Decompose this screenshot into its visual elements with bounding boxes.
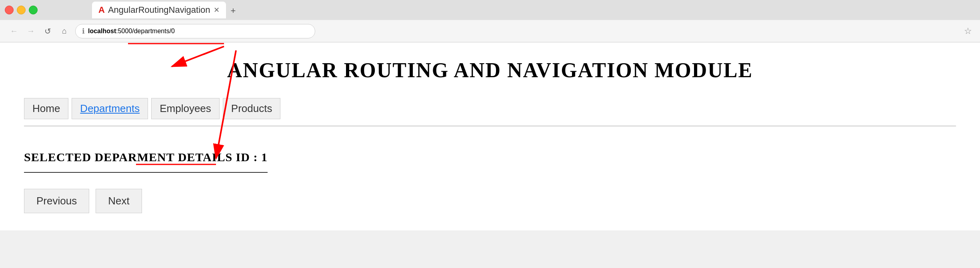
new-tab-button[interactable]: + (226, 3, 241, 18)
tab-favicon-icon: A (98, 5, 105, 15)
url-localhost: localhost (88, 28, 116, 34)
nav-menu: Home Departments Employees Products (24, 98, 956, 126)
nav-item-products[interactable]: Products (223, 98, 281, 119)
browser-window: A AngularRoutingNavigation ✕ + ← → ↺ ⌂ ℹ… (0, 0, 980, 230)
back-button[interactable]: ← (8, 26, 20, 36)
info-icon: ℹ (82, 27, 85, 36)
active-tab[interactable]: A AngularRoutingNavigation ✕ (92, 2, 226, 18)
url-text: localhost:5000/departments/0 (88, 28, 175, 35)
nav-item-departments[interactable]: Departments (72, 98, 148, 119)
close-button[interactable] (5, 6, 14, 14)
department-details: SELECTED DEPARMENT DETAILS ID : 1 (24, 150, 268, 173)
nav-item-home[interactable]: Home (24, 98, 68, 119)
department-label: SELECTED DEPARMENT DETAILS ID : 1 (24, 150, 268, 164)
home-button[interactable]: ⌂ (58, 26, 70, 36)
pagination: Previous Next (24, 189, 956, 213)
browser-content: ANGULAR ROUTING AND NAVIGATION MODULE Ho… (0, 42, 980, 230)
next-button[interactable]: Next (96, 189, 142, 213)
previous-button[interactable]: Previous (24, 189, 89, 213)
nav-item-employees[interactable]: Employees (151, 98, 220, 119)
department-details-section: SELECTED DEPARMENT DETAILS ID : 1 (24, 138, 956, 173)
traffic-lights (5, 6, 38, 14)
tab-close-icon[interactable]: ✕ (214, 6, 220, 14)
address-bar: ← → ↺ ⌂ ℹ localhost:5000/departments/0 ☆ (0, 20, 980, 42)
forward-button[interactable]: → (25, 26, 37, 36)
title-bar: A AngularRoutingNavigation ✕ + (0, 0, 980, 20)
bookmark-icon[interactable]: ☆ (964, 26, 972, 36)
maximize-button[interactable] (29, 6, 38, 14)
tab-title: AngularRoutingNavigation (108, 5, 210, 15)
page-title: ANGULAR ROUTING AND NAVIGATION MODULE (24, 58, 956, 82)
url-bar[interactable]: ℹ localhost:5000/departments/0 (75, 24, 315, 38)
reload-button[interactable]: ↺ (42, 26, 54, 36)
tab-bar: A AngularRoutingNavigation ✕ + (60, 2, 272, 18)
minimize-button[interactable] (17, 6, 26, 14)
url-path: :5000/departments/0 (116, 28, 175, 34)
